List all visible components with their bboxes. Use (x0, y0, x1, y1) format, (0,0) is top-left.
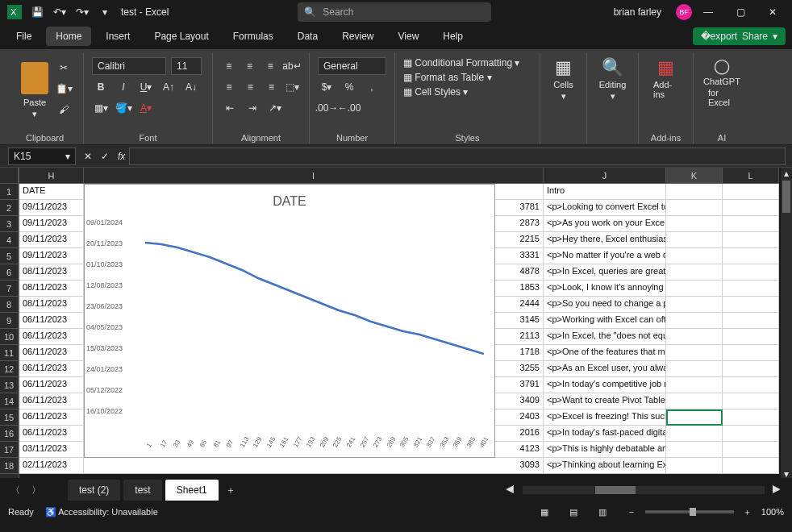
cell[interactable]: <p>Thinking about learning Excel, but fe… (544, 458, 666, 474)
cell[interactable] (723, 200, 779, 216)
chart[interactable]: DATE 09/01/202420/11/202301/10/202312/08… (84, 184, 495, 458)
cell[interactable] (666, 329, 723, 345)
cell[interactable]: 06/11/2023 (19, 377, 84, 393)
cell[interactable] (723, 232, 779, 248)
redo-icon[interactable]: ↷▾ (74, 4, 90, 20)
tab-formulas[interactable]: Formulas (223, 27, 283, 46)
shrink-font-button[interactable]: A↓ (182, 78, 200, 96)
cell[interactable] (723, 313, 779, 329)
grow-font-button[interactable]: A↑ (160, 78, 177, 96)
tab-home[interactable]: Home (46, 27, 91, 46)
cell[interactable]: <p>Looking to convert Excel to Word? You… (544, 200, 666, 216)
tab-review[interactable]: Review (332, 27, 383, 46)
row-header[interactable]: 18 (0, 458, 19, 474)
hscroll-right-icon[interactable]: ⯈ (768, 481, 786, 499)
column-header[interactable]: H (19, 168, 84, 184)
cell[interactable]: 3093 (84, 458, 544, 474)
row-header[interactable]: 16 (0, 426, 19, 442)
cell[interactable] (723, 458, 779, 474)
cell[interactable] (666, 232, 723, 248)
page-break-view-icon[interactable]: ▥ (594, 503, 611, 521)
row-header[interactable]: 1 (0, 184, 19, 200)
cell[interactable]: 06/11/2023 (19, 361, 84, 377)
cell[interactable]: 09/11/2023 (19, 216, 84, 232)
row-header[interactable]: 5 (0, 248, 19, 264)
indent-inc-icon[interactable]: ⇥ (244, 99, 261, 117)
cell[interactable]: <p>In today's competitive job market, ha… (544, 377, 666, 393)
cell[interactable]: <p>Working with Excel can often involve … (544, 313, 666, 329)
tab-file[interactable]: File (6, 27, 41, 46)
cell[interactable] (723, 216, 779, 232)
cell[interactable] (666, 393, 723, 409)
row-header[interactable]: 17 (0, 442, 19, 458)
cell[interactable]: 09/11/2023 (19, 232, 84, 248)
close-button[interactable]: ✕ (757, 0, 789, 24)
cell[interactable] (723, 264, 779, 281)
cell[interactable]: 06/11/2023 (19, 393, 84, 409)
user-name[interactable]: brian farley (614, 6, 661, 18)
cell[interactable]: DATE (19, 184, 84, 200)
row-header[interactable]: 2 (0, 200, 19, 216)
currency-button[interactable]: $▾ (318, 78, 336, 96)
format-painter-icon[interactable]: 🖌 (55, 101, 73, 118)
fill-color-button[interactable]: 🪣▾ (115, 99, 132, 117)
cell[interactable] (723, 426, 779, 442)
font-family-select[interactable]: Calibri (92, 57, 166, 75)
align-left-icon[interactable]: ≡ (221, 78, 237, 96)
tab-view[interactable]: View (389, 27, 429, 46)
chatgpt-button[interactable]: ◯ ChatGPT for Excel (702, 54, 742, 131)
sheet-tab[interactable]: Sheet1 (165, 480, 219, 501)
cell[interactable]: 09/11/2023 (19, 248, 84, 264)
align-center-icon[interactable]: ≡ (242, 78, 258, 96)
italic-button[interactable]: I (115, 78, 132, 96)
name-box[interactable]: K15▾ (8, 148, 76, 165)
cell[interactable]: 06/11/2023 (19, 426, 84, 442)
wrap-text-button[interactable]: ab↵ (283, 57, 301, 75)
hscroll-left-icon[interactable]: ⯇ (502, 481, 519, 499)
cell[interactable]: <p>This is highly debatable and not so c… (544, 442, 666, 458)
zoom-level[interactable]: 100% (761, 507, 784, 517)
column-header[interactable]: K (666, 168, 723, 184)
cell[interactable]: <p>Hey there, Excel enthusiasts! Today, … (544, 232, 666, 248)
inc-decimal-button[interactable]: .00→ (318, 99, 336, 117)
cell[interactable]: <p>In today's fast-paced digital world, … (544, 426, 666, 442)
cell[interactable]: 02/11/2023 (19, 458, 84, 474)
cell[interactable] (723, 248, 779, 264)
cell[interactable]: <p>One of the features that makes Tablea… (544, 345, 666, 361)
cells-button[interactable]: ▦ Cells▾ (548, 54, 578, 141)
row-header[interactable]: 6 (0, 264, 19, 281)
cell[interactable] (666, 458, 723, 474)
new-sheet-button[interactable]: ＋ (222, 481, 240, 499)
column-header[interactable]: I (84, 168, 544, 184)
format-as-table-button[interactable]: ▦ Format as Table ▾ (403, 72, 531, 83)
indent-dec-icon[interactable]: ⇤ (221, 99, 239, 117)
cell[interactable] (666, 409, 723, 426)
align-top-icon[interactable]: ≡ (221, 57, 237, 75)
qat-more-icon[interactable]: ▾ (97, 4, 113, 20)
tab-data[interactable]: Data (288, 27, 327, 46)
paste-button[interactable]: Paste ▾ (15, 54, 55, 131)
cell[interactable] (666, 281, 723, 297)
cell[interactable] (666, 264, 723, 281)
font-size-select[interactable]: 11 (171, 57, 202, 75)
cell[interactable] (723, 281, 779, 297)
addins-button[interactable]: ▦ Add-ins (647, 54, 685, 131)
underline-button[interactable]: U▾ (137, 78, 155, 96)
number-format-select[interactable]: General (318, 57, 386, 75)
horizontal-scrollbar[interactable] (523, 486, 765, 494)
enter-icon[interactable]: ✓ (98, 148, 113, 165)
editing-button[interactable]: 🔍 Editing▾ (595, 54, 630, 141)
cell[interactable]: 08/11/2023 (19, 281, 84, 297)
font-color-button[interactable]: A▾ (137, 99, 155, 117)
cell-styles-button[interactable]: ▦ Cell Styles ▾ (403, 86, 531, 98)
merge-button[interactable]: ⬚▾ (285, 78, 301, 96)
save-icon[interactable]: 💾 (29, 4, 45, 20)
zoom-in-button[interactable]: ＋ (739, 503, 757, 521)
cell[interactable] (666, 297, 723, 313)
cell[interactable]: <p>In Excel, queries are great for manag… (544, 264, 666, 281)
row-header[interactable]: 13 (0, 377, 19, 393)
normal-view-icon[interactable]: ▦ (536, 503, 553, 521)
zoom-slider[interactable] (645, 510, 734, 513)
sheet-tab[interactable]: test (123, 480, 161, 501)
tab-next-icon[interactable]: 〉 (27, 481, 45, 499)
